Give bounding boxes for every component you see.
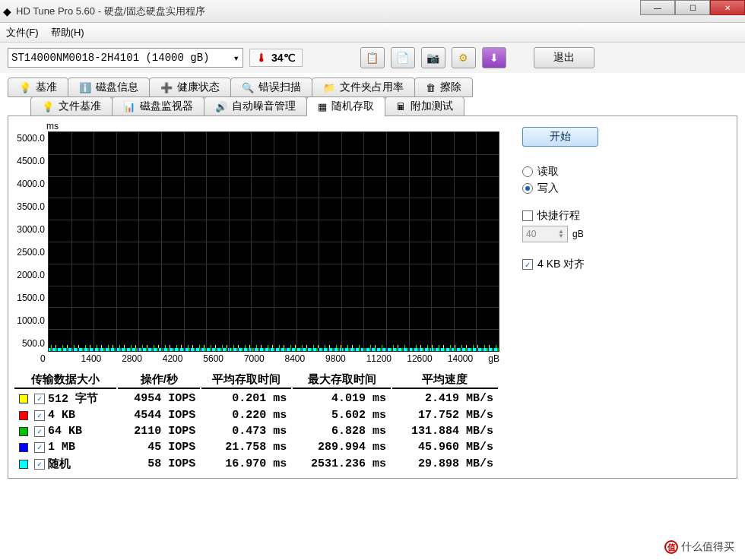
x-tick: 7000 — [244, 353, 285, 364]
copy-all-button[interactable]: 📄 — [391, 47, 415, 68]
checkbox-shortstroke[interactable]: 快捷行程 — [522, 209, 729, 223]
minimize-button[interactable]: — — [640, 0, 675, 15]
watermark: 值 什么值得买 — [660, 539, 739, 555]
drive-select[interactable]: ST14000NM0018-2H4101 (14000 gB) ▾ — [8, 48, 243, 68]
tab-label: 文件夹占用率 — [340, 81, 404, 94]
x-tick: 8400 — [284, 353, 325, 364]
row-checkbox[interactable]: ✓ — [34, 394, 45, 404]
tab-基准[interactable]: 💡基准 — [8, 78, 68, 97]
settings-button[interactable]: ⚙ — [452, 47, 476, 68]
maximize-button[interactable]: ☐ — [675, 0, 710, 15]
x-tick: 5600 — [203, 353, 244, 364]
color-swatch — [19, 394, 28, 403]
tab-文件基准[interactable]: 💡文件基准 — [30, 96, 113, 116]
table-row: ✓4 KB4544 IOPS0.220 ms5.602 ms17.752 MB/… — [14, 408, 498, 422]
tab-label: 自动噪音管理 — [232, 100, 296, 113]
exit-button[interactable]: 退出 — [534, 47, 594, 68]
shortstroke-value-input[interactable]: 40 ▲▼ — [522, 226, 568, 242]
tab-擦除[interactable]: 🗑擦除 — [414, 78, 473, 97]
x-unit: gB — [488, 353, 499, 364]
tab-icon: 💡 — [19, 82, 31, 93]
cell-max: 5.602 ms — [293, 408, 391, 422]
y-tick: 1500.0 — [17, 293, 45, 303]
chart-area: ms 5000.04500.04000.03500.03000.02500.02… — [13, 121, 499, 473]
cell-max: 289.994 ms — [293, 440, 391, 454]
close-button[interactable]: ✕ — [710, 0, 745, 15]
chart-y-unit: ms — [13, 121, 499, 131]
tab-label: 文件基准 — [59, 100, 101, 113]
tab-row-2: 💡文件基准📊磁盘监视器🔊自动噪音管理▦随机存取🖩附加测试 — [8, 96, 737, 116]
tab-icon: 🗑 — [426, 82, 436, 93]
tab-磁盘信息[interactable]: ℹ️磁盘信息 — [68, 78, 150, 97]
tab-label: 基准 — [36, 81, 57, 94]
row-checkbox[interactable]: ✓ — [34, 442, 45, 453]
tab-自动噪音管理[interactable]: 🔊自动噪音管理 — [204, 96, 307, 116]
tab-icon: ℹ️ — [79, 82, 91, 93]
chart-y-axis: 5000.04500.04000.03500.03000.02500.02000… — [13, 131, 48, 352]
checkbox-4kb-align[interactable]: ✓ 4 KB 对齐 — [522, 258, 729, 271]
tab-label: 磁盘信息 — [96, 81, 138, 94]
tab-文件夹占用率[interactable]: 📁文件夹占用率 — [312, 78, 415, 97]
temperature-display: 🌡 34℃ — [249, 49, 303, 67]
row-checkbox[interactable]: ✓ — [34, 459, 45, 470]
cell-avg: 21.758 ms — [201, 440, 291, 454]
x-tick: 1400 — [81, 353, 122, 364]
x-tick: 2800 — [122, 353, 163, 364]
radio-read-label: 读取 — [537, 165, 559, 179]
x-tick: 12600 — [407, 353, 448, 364]
radio-write[interactable]: 写入 — [522, 182, 729, 195]
results-table: 传输数据大小操作/秒平均存取时间最大存取时间平均速度 ✓512 字节4954 I… — [13, 370, 499, 473]
chart-x-axis: 0140028004200560070008400980011200126001… — [13, 353, 499, 364]
titlebar: ◆ HD Tune Pro 5.60 - 硬盘/固态硬盘实用程序 — ☐ ✕ — [0, 0, 745, 23]
color-swatch — [19, 427, 28, 436]
tab-icon: 🔍 — [242, 82, 254, 93]
tab-label: 附加测试 — [411, 100, 453, 113]
x-tick: 4200 — [163, 353, 204, 364]
screenshot-button[interactable]: 📷 — [421, 47, 445, 68]
radio-icon — [522, 183, 533, 194]
y-tick: 2000.0 — [17, 270, 45, 280]
tab-健康状态[interactable]: ➕健康状态 — [149, 78, 231, 97]
cell-avg: 16.970 ms — [201, 456, 291, 472]
table-header: 传输数据大小 — [14, 372, 116, 389]
chart-plot — [48, 131, 499, 352]
cell-max: 2531.236 ms — [293, 456, 391, 472]
cell-iops: 4544 IOPS — [118, 408, 200, 422]
y-tick: 4500.0 — [17, 156, 45, 166]
tab-icon: ▦ — [318, 101, 327, 112]
options-sidebar: 开始 读取 写入 快捷行程 40 ▲▼ — [507, 121, 732, 473]
table-header: 最大存取时间 — [293, 372, 391, 389]
tab-随机存取[interactable]: ▦随机存取 — [306, 96, 385, 116]
row-checkbox[interactable]: ✓ — [34, 426, 45, 437]
cell-avg: 0.201 ms — [201, 391, 291, 407]
cell-iops: 45 IOPS — [118, 440, 200, 454]
color-swatch — [19, 443, 28, 452]
watermark-text: 什么值得买 — [681, 540, 734, 554]
temperature-value: 34℃ — [271, 52, 296, 64]
menu-file[interactable]: 文件(F) — [6, 26, 39, 40]
cell-max: 4.019 ms — [293, 391, 391, 407]
tab-label: 健康状态 — [177, 81, 220, 94]
row-label: 1 MB — [48, 441, 75, 454]
tab-label: 磁盘监视器 — [140, 100, 193, 113]
tab-磁盘监视器[interactable]: 📊磁盘监视器 — [112, 96, 204, 116]
checkbox-icon — [522, 210, 533, 221]
tab-附加测试[interactable]: 🖩附加测试 — [385, 96, 464, 116]
tab-row-1: 💡基准ℹ️磁盘信息➕健康状态🔍错误扫描📁文件夹占用率🗑擦除 — [8, 78, 737, 97]
copy-button[interactable]: 📋 — [360, 47, 385, 68]
cell-speed: 45.960 MB/s — [392, 440, 498, 454]
start-button[interactable]: 开始 — [522, 127, 598, 147]
menu-help[interactable]: 帮助(H) — [51, 26, 84, 40]
y-tick: 2500.0 — [17, 247, 45, 258]
row-label: 64 KB — [48, 425, 82, 438]
radio-icon — [522, 166, 533, 177]
radio-read[interactable]: 读取 — [522, 165, 729, 179]
y-tick: 1000.0 — [17, 315, 45, 326]
row-label: 4 KB — [48, 409, 75, 422]
save-button[interactable]: ⬇ — [482, 47, 506, 68]
tab-label: 随机存取 — [331, 100, 374, 113]
tab-错误扫描[interactable]: 🔍错误扫描 — [230, 78, 312, 97]
table-row: ✓512 字节4954 IOPS0.201 ms4.019 ms2.419 MB… — [14, 391, 498, 407]
row-checkbox[interactable]: ✓ — [34, 410, 45, 421]
shortstroke-unit: gB — [572, 229, 584, 239]
